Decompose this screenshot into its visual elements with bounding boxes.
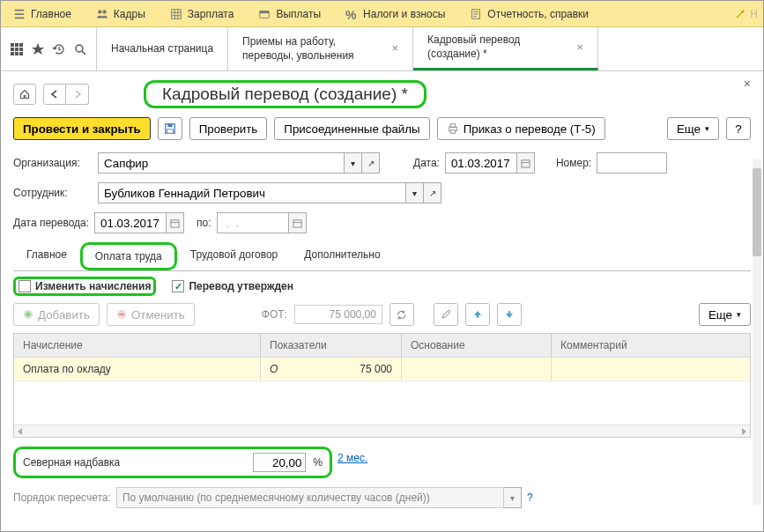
horizontal-scrollbar[interactable] [14,425,750,437]
menu-label: Налоги и взносы [363,8,445,20]
change-checkbox[interactable]: Изменить начисления [19,280,151,292]
tab-transfer[interactable]: Кадровый перевод (создание) * × [413,27,598,70]
wallet-icon [258,8,271,20]
search-icon[interactable] [73,42,87,56]
more-button[interactable]: Еще ▾ [667,117,719,140]
menu-tools[interactable]: Н [729,8,763,20]
number-input[interactable] [597,152,667,174]
down-button[interactable] [497,303,522,326]
emp-input[interactable] [98,182,406,203]
close-icon[interactable]: × [392,41,399,56]
wrench-icon [734,8,746,20]
org-label: Организация: [13,157,93,169]
calendar-icon[interactable] [289,212,307,233]
approved-checkbox[interactable]: ✓ Перевод утвержден [172,280,293,292]
svg-point-1 [102,10,106,13]
svg-rect-14 [19,52,23,55]
northern-label: Северная надбавка [23,456,246,469]
printer-icon [447,122,459,135]
svg-rect-6 [11,43,14,47]
menu-salary[interactable]: Зарплата [158,1,247,26]
col-basis[interactable]: Основание [402,334,552,357]
chevron-down-icon: ▾ [737,310,741,319]
northern-input[interactable] [253,453,306,472]
emp-label: Сотрудник: [13,187,93,199]
menu-taxes[interactable]: % Налоги и взносы [333,1,457,26]
transfer-date-label: Дата перевода: [13,217,89,229]
calendar-icon[interactable] [517,152,535,174]
check-button[interactable]: Проверить [189,117,268,140]
back-button[interactable] [43,84,66,105]
date-input[interactable] [445,152,517,174]
arrow-right-icon [73,90,82,99]
menu-label: Кадры [114,8,145,20]
forward-button[interactable] [66,84,89,105]
arrow-down-icon [505,310,514,319]
files-button[interactable]: Присоединенные файлы [274,117,429,140]
help-link[interactable]: ? [527,491,533,504]
menu-label: Главное [31,8,71,20]
save-button[interactable] [158,117,182,140]
recalc-label: Порядок пересчета: [13,491,111,504]
to-date-input[interactable] [217,212,289,233]
plus-icon [23,309,33,320]
recalc-select[interactable]: По умолчанию (по среднемесячному количес… [116,487,504,508]
dropdown-icon[interactable]: ▾ [406,182,424,203]
menu-hr[interactable]: Кадры [84,1,158,26]
col-accrual[interactable]: Начисление [14,334,261,357]
menu-payments[interactable]: Выплаты [246,1,333,26]
tab-start[interactable]: Начальная страница [97,27,228,70]
close-button[interactable]: × [744,77,751,91]
dropdown-icon[interactable]: ▾ [504,487,522,508]
open-icon[interactable]: ↗ [424,182,441,203]
svg-point-15 [76,45,83,52]
close-icon[interactable]: × [577,41,584,55]
tab-main[interactable]: Главное [13,242,80,270]
open-icon[interactable]: ↗ [362,152,380,174]
svg-rect-8 [19,43,23,47]
fot-value: 75 000,00 [294,305,382,324]
add-button: Добавить [13,303,100,326]
dropdown-icon[interactable]: ▾ [345,152,362,174]
menu-label: Зарплата [188,8,234,20]
apps-icon[interactable] [10,42,24,56]
percent-sign: % [313,456,323,469]
up-button[interactable] [465,303,490,326]
svg-rect-4 [260,11,270,13]
minus-icon [116,309,127,320]
chevron-down-icon: ▾ [705,124,709,133]
edit-button[interactable] [434,303,458,326]
print-order-button[interactable]: Приказ о переводе (Т-5) [437,117,605,140]
vertical-scrollbar[interactable] [753,159,761,505]
help-button[interactable]: ? [726,117,751,140]
people-icon [96,8,108,20]
col-comment[interactable]: Комментарий [552,334,750,357]
checkbox-icon [19,280,31,292]
percent-icon: % [345,8,358,20]
fot-label: ФОТ: [262,308,287,321]
page-title: Кадровый перевод (создание) * [144,80,427,108]
calendar-icon[interactable] [167,212,184,233]
menu-main[interactable]: Главное [1,1,84,26]
more-button-2[interactable]: Еще ▾ [699,303,751,326]
months-link[interactable]: 2 мес. [337,452,367,464]
org-input[interactable] [98,152,345,174]
table-row[interactable]: Оплата по окладу О75 000 [14,357,750,381]
star-icon[interactable] [31,42,45,56]
svg-rect-24 [293,219,301,226]
svg-rect-23 [171,219,179,226]
home-button[interactable] [13,84,36,105]
tab-hiring[interactable]: Приемы на работу, переводы, увольнения × [228,27,413,70]
menu-reports[interactable]: Отчетность, справки [457,1,601,26]
svg-rect-13 [15,52,19,55]
refresh-button[interactable] [389,303,414,326]
hamburger-icon [13,8,26,20]
history-icon[interactable] [52,42,66,56]
svg-point-0 [98,10,101,13]
tab-contract[interactable]: Трудовой договор [177,242,291,270]
tab-extra[interactable]: Дополнительно [291,242,393,270]
tab-pay[interactable]: Оплата труда [80,242,177,270]
col-indicators[interactable]: Показатели [261,334,402,357]
transfer-date-input[interactable] [94,212,167,233]
post-close-button[interactable]: Провести и закрыть [13,117,151,140]
